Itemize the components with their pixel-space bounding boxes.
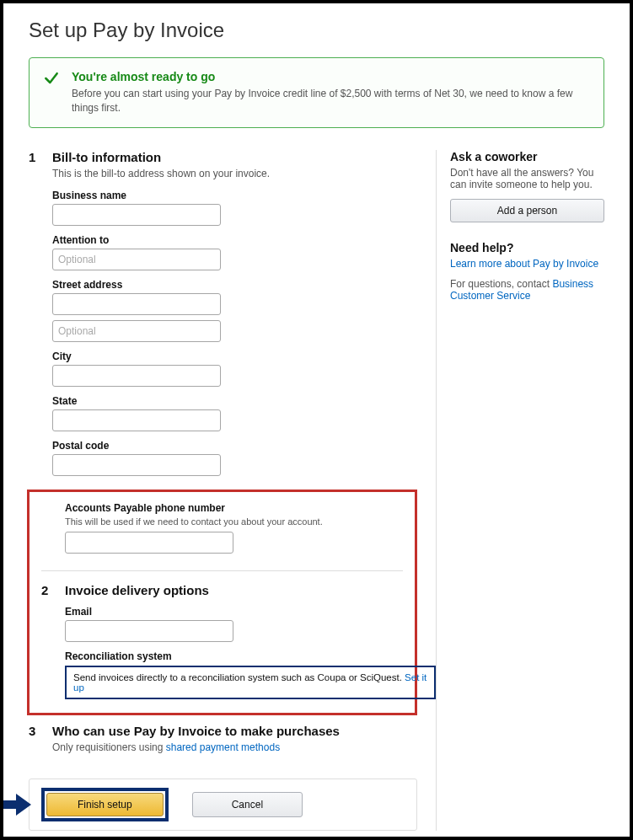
ask-coworker-heading: Ask a coworker <box>450 150 604 163</box>
section-3-heading: Who can use Pay by Invoice to make purch… <box>52 724 417 738</box>
recon-label: Reconciliation system <box>65 650 436 662</box>
section-2-number: 2 <box>41 583 55 597</box>
attention-to-label: Attention to <box>52 234 417 246</box>
postal-code-label: Postal code <box>52 440 417 452</box>
page-title: Set up Pay by Invoice <box>29 19 604 42</box>
ask-coworker-desc: Don't have all the answers? You can invi… <box>450 167 604 190</box>
section-3-desc-prefix: Only requisitioners using <box>52 741 166 753</box>
city-input[interactable] <box>52 365 221 387</box>
street-address-input[interactable] <box>52 293 221 315</box>
state-input[interactable] <box>52 409 221 431</box>
section-1-desc: This is the bill-to address shown on you… <box>52 168 417 179</box>
shared-payment-methods-link[interactable]: shared payment methods <box>166 741 280 753</box>
arrow-right-icon <box>3 794 31 816</box>
cancel-button[interactable]: Cancel <box>192 792 303 817</box>
finish-setup-button[interactable]: Finish setup <box>46 793 164 816</box>
check-icon <box>43 70 60 87</box>
footer-action-bar: Finish setup Cancel <box>29 778 417 831</box>
state-label: State <box>52 395 417 407</box>
recon-text: Send invoices directly to a reconciliati… <box>73 672 405 682</box>
street-address-label: Street address <box>52 279 417 291</box>
add-a-person-button[interactable]: Add a person <box>450 199 604 222</box>
email-input[interactable] <box>65 620 233 642</box>
section-1-heading: Bill-to information <box>52 150 417 164</box>
section-2-heading: Invoice delivery options <box>65 583 436 597</box>
city-label: City <box>52 350 417 362</box>
email-label: Email <box>65 606 436 618</box>
ap-phone-label: Accounts Payable phone number <box>65 502 403 514</box>
alert-body: Before you can start using your Pay by I… <box>72 87 588 115</box>
learn-more-link[interactable]: Learn more about Pay by Invoice <box>450 258 598 270</box>
business-name-input[interactable] <box>52 204 221 226</box>
contact-prefix: For questions, contact <box>450 278 552 290</box>
ap-phone-input[interactable] <box>65 532 233 554</box>
divider <box>41 570 403 571</box>
alert-success: You're almost ready to go Before you can… <box>29 57 604 128</box>
section-3-number: 3 <box>29 724 42 738</box>
contact-text: For questions, contact Business Customer… <box>450 278 604 302</box>
finish-setup-highlight: Finish setup <box>41 788 169 821</box>
attention-to-input[interactable] <box>52 249 221 270</box>
ask-coworker-block: Ask a coworker Don't have all the answer… <box>450 150 604 222</box>
business-name-label: Business name <box>52 190 417 201</box>
need-help-block: Need help? Learn more about Pay by Invoi… <box>450 241 604 302</box>
need-help-heading: Need help? <box>450 241 604 254</box>
street-address-2-input[interactable] <box>52 320 221 342</box>
ap-phone-sublabel: This will be used if we need to contact … <box>65 516 403 527</box>
alert-title: You're almost ready to go <box>72 70 588 83</box>
postal-code-input[interactable] <box>52 454 221 476</box>
section-3-desc: Only requisitioners using shared payment… <box>52 741 417 753</box>
section-1-number: 1 <box>29 150 42 164</box>
recon-info-box: Send invoices directly to a reconciliati… <box>65 666 436 699</box>
highlighted-section: Accounts Payable phone number This will … <box>27 490 417 715</box>
